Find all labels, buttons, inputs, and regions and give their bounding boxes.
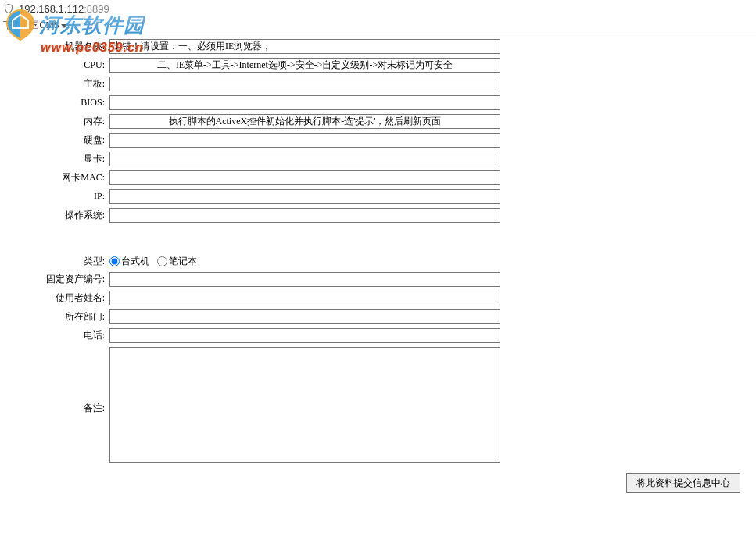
input-gpu[interactable] xyxy=(109,152,500,166)
label-gpu: 显卡: xyxy=(0,152,109,166)
separator: | xyxy=(16,20,17,31)
label-dept: 所在部门: xyxy=(0,310,109,323)
row-cpu: CPU: xyxy=(0,58,756,73)
row-ip: IP: xyxy=(0,189,756,204)
label-cpu: CPU: xyxy=(0,59,109,71)
label-nic-mac: 网卡MAC: xyxy=(0,171,109,184)
row-machine-name: 机器名称: xyxy=(0,39,756,54)
row-memory: 内存: xyxy=(0,114,756,129)
radio-desktop[interactable] xyxy=(109,256,120,266)
label-remark: 备注: xyxy=(0,347,109,415)
input-dept[interactable] xyxy=(109,309,500,324)
row-bios: BIOS: xyxy=(0,95,756,110)
input-memory[interactable] xyxy=(109,114,500,129)
submit-row: 将此资料提交信息中心 xyxy=(0,473,756,493)
shield-icon xyxy=(3,3,14,14)
label-memory: 内存: xyxy=(0,115,109,128)
label-asset-no: 固定资产编号: xyxy=(0,273,109,286)
url-port: :8899 xyxy=(84,3,109,15)
address-bar: 192.168.1.112:8899 xyxy=(0,0,756,17)
row-asset-no: 固定资产编号: xyxy=(0,272,756,287)
label-os: 操作系统: xyxy=(0,209,109,222)
input-ip[interactable] xyxy=(109,189,500,204)
row-gpu: 显卡: xyxy=(0,152,756,166)
dropdown-icon xyxy=(61,24,67,28)
label-harddisk: 硬盘: xyxy=(0,134,109,147)
toolbar-cms[interactable]: 帝国CMS xyxy=(20,19,66,32)
toolbar-download[interactable]: 下 xyxy=(3,19,13,32)
input-harddisk[interactable] xyxy=(109,133,500,148)
row-type: 类型: 台式机 笔记本 xyxy=(0,255,756,268)
row-remark: 备注: xyxy=(0,347,756,466)
label-ip: IP: xyxy=(0,191,109,202)
radio-text-desktop: 台式机 xyxy=(121,255,149,268)
row-nic-mac: 网卡MAC: xyxy=(0,170,756,185)
row-dept: 所在部门: xyxy=(0,309,756,324)
row-username: 使用者姓名: xyxy=(0,291,756,305)
radio-label-laptop[interactable]: 笔记本 xyxy=(157,255,197,268)
row-harddisk: 硬盘: xyxy=(0,133,756,148)
label-phone: 电话: xyxy=(0,329,109,342)
input-machine-name[interactable] xyxy=(109,39,500,54)
input-phone[interactable] xyxy=(109,328,500,343)
label-username: 使用者姓名: xyxy=(0,291,109,305)
radio-group-type: 台式机 笔记本 xyxy=(109,255,202,268)
toolbar: 下 | 帝国CMS xyxy=(0,17,756,34)
url-host: 192.168.1.112 xyxy=(19,3,84,15)
input-nic-mac[interactable] xyxy=(109,170,500,185)
label-mainboard: 主板: xyxy=(0,77,109,91)
input-username[interactable] xyxy=(109,291,500,305)
form: 机器名称: CPU: 主板: BIOS: 内存: 硬盘: 显卡: 网卡MAC: … xyxy=(0,34,756,493)
textarea-remark[interactable] xyxy=(109,347,500,462)
label-bios: BIOS: xyxy=(0,97,109,109)
radio-laptop[interactable] xyxy=(157,256,167,266)
label-type: 类型: xyxy=(0,255,109,268)
row-os: 操作系统: xyxy=(0,208,756,223)
input-bios[interactable] xyxy=(109,95,500,110)
url-text: 192.168.1.112:8899 xyxy=(19,3,109,15)
input-os[interactable] xyxy=(109,208,500,223)
input-cpu[interactable] xyxy=(109,58,500,73)
submit-button[interactable]: 将此资料提交信息中心 xyxy=(626,473,740,493)
radio-text-laptop: 笔记本 xyxy=(169,255,197,268)
input-asset-no[interactable] xyxy=(109,272,500,287)
radio-label-desktop[interactable]: 台式机 xyxy=(109,255,149,268)
row-phone: 电话: xyxy=(0,328,756,343)
label-machine-name: 机器名称: xyxy=(0,40,109,53)
row-mainboard: 主板: xyxy=(0,77,756,91)
input-mainboard[interactable] xyxy=(109,77,500,91)
